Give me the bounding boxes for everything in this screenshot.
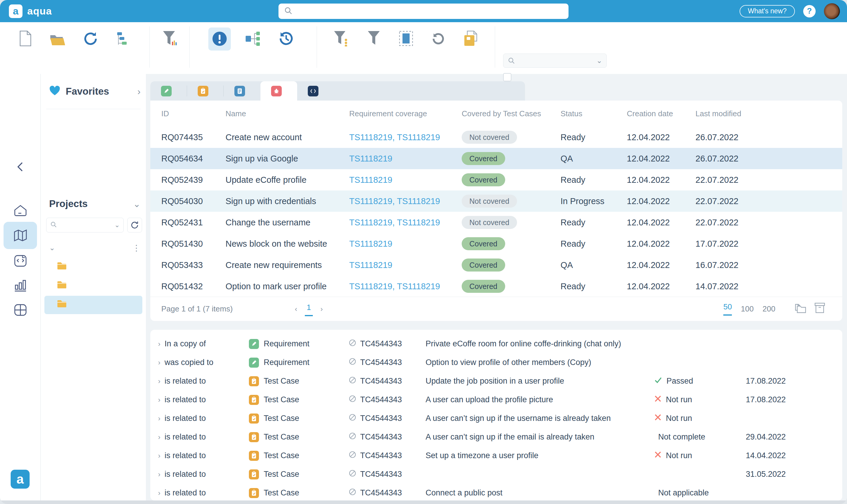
new-button[interactable] — [15, 28, 36, 51]
column-header-requirement-coverage[interactable]: Requirement coverage — [349, 109, 462, 118]
cell-requirement-coverage-link[interactable]: TS1118219 — [349, 260, 462, 270]
reset-to-button[interactable] — [427, 28, 449, 51]
table-row[interactable]: RQ052439 Update eCoffe profile TS1118219… — [151, 169, 842, 191]
column-header-covered-by-test-cases[interactable]: Covered by Test Cases — [462, 109, 561, 118]
select-button[interactable] — [395, 28, 417, 51]
table-row[interactable]: RQ074435 Create new account TS1118219, T… — [151, 127, 842, 148]
cell-requirement-coverage-link[interactable]: TS1118219 — [349, 175, 462, 185]
chevron-right-icon[interactable]: › — [158, 340, 160, 348]
chevron-right-icon[interactable]: › — [158, 396, 160, 404]
archive-box-icon[interactable] — [814, 302, 826, 316]
column-header-id[interactable]: ID — [161, 109, 226, 118]
item-ref[interactable]: TC4544343 — [360, 395, 402, 404]
relation-row[interactable]: ›is related to Test Case TC4544343 Updat… — [151, 372, 842, 391]
more-options-icon[interactable]: ⋮ — [132, 243, 141, 253]
user-avatar[interactable] — [824, 3, 840, 19]
next-page-button[interactable]: › — [320, 305, 323, 313]
copy-folders-icon[interactable] — [794, 302, 807, 316]
global-search-input[interactable] — [279, 3, 568, 19]
rail-chevron-left-icon[interactable] — [0, 160, 40, 173]
collapse-button[interactable] — [112, 28, 134, 51]
chevron-down-icon[interactable]: ⌄ — [114, 221, 120, 229]
-un-archive-button[interactable] — [460, 28, 481, 51]
tree-item-products[interactable] — [45, 277, 142, 295]
tree-item-ordering[interactable] — [45, 258, 142, 276]
table-row[interactable]: RQ052431 Change the username TS1118219, … — [151, 212, 842, 233]
rail-chart-icon[interactable] — [0, 278, 40, 292]
item-ref[interactable]: TC4544343 — [360, 358, 402, 367]
whats-new-button[interactable]: What's new? — [740, 5, 795, 17]
cell-requirement-coverage-link[interactable]: TS1118219, TS1118219 — [349, 282, 462, 291]
grid-search-input[interactable]: ⌄ — [503, 54, 607, 68]
tab-test-scenario[interactable] — [224, 81, 261, 101]
item-ref[interactable]: TC4544343 — [360, 451, 402, 460]
cell-requirement-coverage-link[interactable]: TS1118219, TS1118219 — [349, 132, 462, 142]
chevron-right-icon[interactable]: › — [158, 433, 160, 441]
chevron-right-icon[interactable]: › — [158, 377, 160, 385]
item-ref[interactable]: TC4544343 — [360, 414, 402, 423]
chevron-right-icon[interactable]: › — [158, 489, 160, 497]
rail-code-icon[interactable] — [0, 254, 40, 267]
table-row[interactable]: RQ054030 Sign up with credentials TS1118… — [151, 191, 842, 212]
chevron-right-icon[interactable]: › — [158, 452, 160, 460]
tab-test-case[interactable] — [187, 81, 224, 101]
item-ref[interactable]: TC4544343 — [360, 432, 402, 442]
table-row[interactable]: RQ051432 Option to mark user profile TS1… — [151, 276, 842, 297]
keep-search-queries-checkbox[interactable] — [503, 73, 515, 81]
tab-defect[interactable] — [261, 81, 297, 101]
column-header-status[interactable]: Status — [561, 109, 627, 118]
chevron-down-icon[interactable]: ⌄ — [49, 244, 55, 252]
relation-row[interactable]: ›is related to Test Case TC4544343 31.05… — [151, 465, 842, 484]
relation-row[interactable]: ›is related to Test Case TC4544343 A use… — [151, 391, 842, 409]
relation-row[interactable]: ›is related to Test Case TC4544343 Conne… — [151, 484, 842, 501]
filter-button[interactable] — [330, 28, 352, 51]
project-search-input[interactable]: ⌄ — [46, 218, 124, 233]
page-number[interactable]: 1 — [305, 302, 313, 316]
relation-row[interactable]: ›is related to Test Case TC4544343 A use… — [151, 428, 842, 446]
chevron-down-icon[interactable]: ⌄ — [133, 199, 141, 209]
column-header-name[interactable]: Name — [226, 109, 349, 118]
column-header-last-modified[interactable]: Last modified — [695, 109, 842, 118]
table-row[interactable]: RQ054634 Sign up via Google TS1118219 Co… — [151, 148, 842, 169]
table-row[interactable]: RQ051430 News block on the website TS111… — [151, 233, 842, 254]
item-ref[interactable]: TC4544343 — [360, 339, 402, 348]
page-size-100[interactable]: 100 — [741, 304, 754, 313]
cell-requirement-coverage-link[interactable]: TS1118219, TS1118219 — [349, 196, 462, 206]
dependency-button[interactable] — [241, 28, 265, 51]
relation-row[interactable]: ›is related to Test Case TC4544343 Set u… — [151, 446, 842, 465]
history-button[interactable] — [275, 28, 298, 51]
tree-node-root[interactable]: ⌄ ⋮ — [41, 238, 146, 257]
chevron-down-icon[interactable]: ⌄ — [596, 56, 602, 65]
item-ref[interactable]: TC4544343 — [360, 470, 402, 479]
prev-page-button[interactable]: ‹ — [295, 305, 297, 313]
tab-script[interactable] — [297, 81, 334, 101]
cell-requirement-coverage-link[interactable]: TS1118219 — [349, 239, 462, 249]
rail-map-icon[interactable] — [0, 229, 40, 242]
project-refresh-button[interactable] — [127, 218, 142, 233]
item-ref[interactable]: TC4544343 — [360, 377, 402, 386]
chevron-right-icon[interactable]: › — [158, 414, 160, 423]
show-button[interactable] — [158, 28, 181, 51]
page-size-200[interactable]: 200 — [763, 304, 775, 313]
cell-requirement-coverage-link[interactable]: TS1118219 — [349, 154, 462, 164]
tree-item-sign-in[interactable] — [45, 296, 142, 314]
page-size-50[interactable]: 50 — [723, 302, 732, 316]
help-button[interactable]: ? — [803, 5, 816, 17]
details-button[interactable] — [208, 28, 231, 51]
relation-row[interactable]: ›In a copy of Requirement TC4544343 Priv… — [151, 335, 842, 353]
refresh-button[interactable] — [79, 28, 102, 51]
show-button[interactable] — [363, 28, 385, 51]
relation-row[interactable]: ›is related to Test Case TC4544343 A use… — [151, 409, 842, 428]
chevron-right-icon[interactable]: › — [158, 470, 160, 479]
open-button[interactable] — [46, 28, 69, 51]
item-ref[interactable]: TC4544343 — [360, 488, 402, 498]
chevron-right-icon[interactable]: › — [137, 86, 141, 97]
table-row[interactable]: RQ053433 Create new requirements TS11182… — [151, 254, 842, 276]
rail-home-icon[interactable] — [0, 204, 40, 217]
chevron-right-icon[interactable]: › — [158, 359, 160, 367]
rail-grid-icon[interactable] — [0, 304, 40, 317]
column-header-creation-date[interactable]: Creation date — [627, 109, 695, 118]
tab-requirement[interactable] — [151, 81, 187, 101]
relation-row[interactable]: ›was copied to Requirement TC4544343 Opt… — [151, 353, 842, 372]
cell-requirement-coverage-link[interactable]: TS1118219, TS1118219 — [349, 218, 462, 228]
